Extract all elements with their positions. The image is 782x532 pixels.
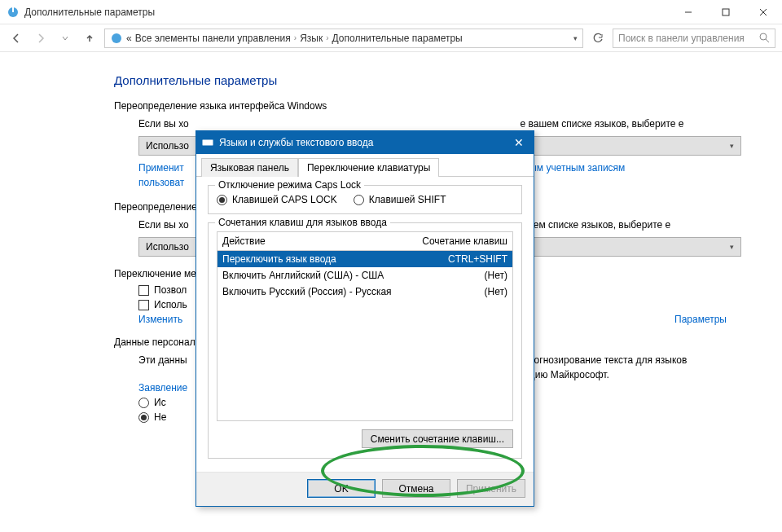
hotkey-list[interactable]: Переключить язык ввода CTRL+SHIFT Включи… xyxy=(217,250,513,421)
dialog-close-button[interactable]: ✕ xyxy=(509,136,529,149)
parameters-link[interactable]: Параметры xyxy=(674,314,727,325)
nav-bar: « Все элементы панели управления › Язык … xyxy=(0,24,782,52)
maximize-button[interactable] xyxy=(707,0,745,24)
search-placeholder: Поиск в панели управления xyxy=(618,33,745,44)
breadcrumb[interactable]: « Все элементы панели управления › Язык … xyxy=(104,29,583,48)
svg-point-6 xyxy=(112,33,121,43)
close-button[interactable] xyxy=(745,0,782,24)
page-title: Дополнительные параметры xyxy=(114,73,738,87)
checkbox-icon xyxy=(138,285,149,296)
chevron-down-icon[interactable]: ▾ xyxy=(573,34,578,42)
radio-icon xyxy=(138,398,149,408)
dialog-titlebar: Языки и службы текстового ввода ✕ xyxy=(196,131,534,154)
section-override-display-lang: Переопределение языка интерфейса Windows xyxy=(114,100,738,112)
recent-locations-button[interactable] xyxy=(55,29,75,48)
list-item[interactable]: Включить Русский (Россия) - Русская (Нет… xyxy=(217,284,512,300)
refresh-button[interactable] xyxy=(588,29,608,48)
control-panel-icon xyxy=(110,32,123,45)
breadcrumb-prefix: « xyxy=(126,33,132,44)
dialog-buttons: OK Отмена Применить xyxy=(196,472,534,506)
chevron-down-icon: ▾ xyxy=(730,243,734,251)
breadcrumb-seg2[interactable]: Язык xyxy=(300,33,323,44)
hotkey-list-header: Действие Сочетание клавиш xyxy=(217,231,513,250)
text-services-dialog: Языки и службы текстового ввода ✕ Языков… xyxy=(196,130,534,507)
radio-icon xyxy=(217,195,227,205)
change-hotkeys-link[interactable]: Изменить xyxy=(138,314,182,325)
up-button[interactable] xyxy=(80,29,99,48)
svg-point-7 xyxy=(760,33,767,40)
radio-icon xyxy=(354,195,364,205)
list-item[interactable]: Включить Английский (США) - США (Нет) xyxy=(217,267,512,284)
section1-text: Если вы хо е вашем списке языков, выбери… xyxy=(138,117,738,131)
tab-language-bar[interactable]: Языковая панель xyxy=(201,158,298,177)
svg-line-8 xyxy=(766,39,769,42)
forward-button[interactable] xyxy=(31,29,51,48)
hotkeys-group: Сочетания клавиш для языков ввода Действ… xyxy=(208,222,522,459)
radio-shift-key[interactable]: Клавишей SHIFT xyxy=(354,194,446,205)
tab-keyboard-switch[interactable]: Переключение клавиатуры xyxy=(298,158,439,177)
users-link[interactable]: пользоват xyxy=(138,177,184,188)
keyboard-icon xyxy=(201,136,214,149)
change-key-sequence-button[interactable]: Сменить сочетание клавиш... xyxy=(362,429,513,448)
svg-rect-3 xyxy=(723,9,729,15)
chevron-down-icon: ▾ xyxy=(730,142,734,150)
back-button[interactable] xyxy=(7,29,26,48)
window-title: Дополнительные параметры xyxy=(24,7,670,18)
col-combo: Сочетание клавиш xyxy=(422,235,507,247)
caps-lock-group: Отключение режима Caps Lock Клавишей CAP… xyxy=(208,185,522,214)
apply-link[interactable]: Применит xyxy=(138,162,184,174)
radio-caps-lock-key[interactable]: Клавишей CAPS LOCK xyxy=(217,194,337,205)
hotkeys-legend: Сочетания клавиш для языков ввода xyxy=(215,217,390,228)
svg-rect-9 xyxy=(202,139,213,146)
window-titlebar: Дополнительные параметры xyxy=(0,0,782,24)
col-action: Действие xyxy=(222,235,266,247)
privacy-statement-link[interactable]: Заявление xyxy=(138,382,187,394)
dialog-title: Языки и службы текстового ввода xyxy=(219,137,509,148)
svg-rect-1 xyxy=(12,7,14,12)
list-item[interactable]: Переключить язык ввода CTRL+SHIFT xyxy=(217,251,512,267)
chevron-right-icon: › xyxy=(326,33,328,42)
chevron-right-icon: › xyxy=(294,33,297,42)
caps-lock-legend: Отключение режима Caps Lock xyxy=(215,179,364,191)
apply-button[interactable]: Применить xyxy=(457,479,525,498)
radio-icon xyxy=(138,412,149,423)
dialog-tabs: Языковая панель Переключение клавиатуры xyxy=(196,154,534,177)
combo-value: Использо xyxy=(146,241,189,253)
breadcrumb-seg1[interactable]: Все элементы панели управления xyxy=(135,33,291,44)
control-panel-icon xyxy=(7,6,20,19)
ok-button[interactable]: OK xyxy=(307,479,376,498)
search-icon xyxy=(759,33,770,43)
breadcrumb-seg3[interactable]: Дополнительные параметры xyxy=(332,33,463,44)
checkbox-icon xyxy=(138,300,149,310)
cancel-button[interactable]: Отмена xyxy=(382,479,450,498)
search-input[interactable]: Поиск в панели управления xyxy=(613,29,775,48)
minimize-button[interactable] xyxy=(670,0,707,24)
combo-value: Использо xyxy=(146,140,189,152)
